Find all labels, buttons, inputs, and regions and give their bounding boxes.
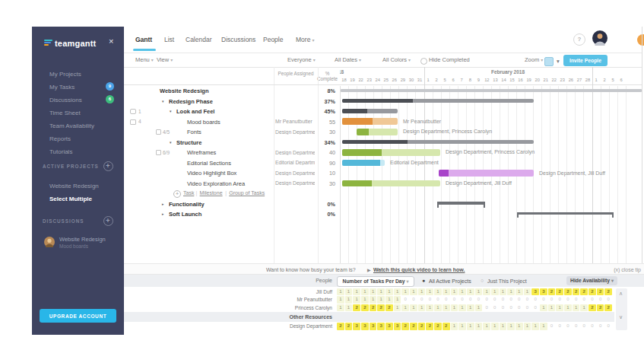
sidebar-close-icon[interactable]: × — [109, 37, 113, 46]
task-name[interactable]: Editorial Sections — [187, 160, 231, 167]
add-milestone-link[interactable]: Milestone — [200, 190, 223, 196]
sidebar-project-website-redesign[interactable]: Website Redesign — [49, 183, 99, 189]
tab-more[interactable]: More▾ — [296, 36, 314, 43]
caret-down-icon[interactable]: ▾ — [170, 109, 172, 113]
close-tip-button[interactable]: (x) close tip — [614, 267, 641, 272]
task-name[interactable]: Redesign Phase — [169, 98, 213, 105]
chevron-down-icon[interactable]: ▾ — [557, 58, 560, 65]
gantt-bar-task[interactable] — [439, 170, 534, 177]
caret-down-icon[interactable]: ▾ — [162, 99, 164, 103]
tab-list[interactable]: List — [164, 36, 174, 43]
caret-right-icon[interactable]: ▸ — [162, 202, 164, 206]
gantt-bar-collapsed-group[interactable] — [437, 202, 485, 204]
sidebar-item-team-availability[interactable]: Team Availability — [49, 123, 94, 129]
gantt-bar-group[interactable] — [342, 99, 534, 103]
scroll-up-icon[interactable]: ∧ — [619, 291, 623, 297]
comment-icon[interactable] — [130, 109, 136, 114]
task-percent-complete[interactable]: 30 — [308, 180, 335, 187]
add-task-link[interactable]: Task — [183, 190, 194, 196]
gantt-bar-task[interactable] — [342, 180, 440, 187]
caret-right-icon[interactable]: ▸ — [162, 212, 164, 216]
tab-people[interactable]: People — [263, 36, 283, 43]
availability-scrollbar[interactable]: ∧ ∨ — [616, 288, 627, 330]
task-percent-complete[interactable]: 0% — [308, 201, 335, 208]
sidebar-item-my-projects[interactable]: My Projects — [49, 71, 81, 78]
task-name[interactable]: Functionality — [169, 201, 205, 208]
task-percent-complete[interactable]: 40 — [308, 149, 335, 156]
task-percent-complete[interactable]: 34% — [308, 139, 335, 146]
availability-person-name[interactable]: Jill Duff — [228, 289, 332, 294]
help-icon[interactable]: ? — [573, 33, 585, 46]
scroll-down-icon[interactable]: ∨ — [619, 314, 623, 320]
add-discussion-icon[interactable]: + — [103, 216, 113, 226]
sidebar-item-tutorials[interactable]: Tutorials — [49, 148, 72, 155]
sidebar-item-my-tasks[interactable]: My Tasks — [49, 84, 75, 91]
radio-off-icon[interactable]: ○ — [481, 278, 484, 283]
sidebar-item-discussions[interactable]: Discussions — [49, 97, 82, 103]
task-percent-complete[interactable]: 90 — [308, 160, 335, 167]
availability-cell: 2 — [353, 304, 360, 312]
hide-availability-button[interactable]: Hide Availability▾ — [566, 276, 617, 285]
add-project-icon[interactable]: + — [103, 161, 113, 171]
gantt-bar-task[interactable] — [342, 118, 398, 125]
add-group-of-tasks-link[interactable]: Group of Tasks — [229, 190, 265, 196]
availability-group-name[interactable]: Other Resources — [228, 314, 332, 320]
task-name[interactable]: Structure — [176, 139, 201, 146]
everyone-filter-dropdown[interactable]: Everyone▾ — [287, 56, 316, 63]
radio-all-active-projects[interactable]: All Active Projects — [429, 278, 471, 284]
color-swatch[interactable] — [544, 57, 554, 66]
gantt-bar-collapsed-group[interactable] — [517, 212, 614, 215]
availability-cell: 0 — [516, 304, 523, 312]
gantt-bar-project[interactable] — [341, 89, 642, 92]
task-name[interactable]: Video Highlight Box — [187, 170, 236, 177]
view-dropdown[interactable]: View▾ — [157, 56, 173, 63]
upgrade-account-button[interactable]: UPGRADE ACCOUNT — [40, 309, 116, 323]
task-name[interactable]: Soft Launch — [169, 211, 201, 218]
add-task-icon[interactable]: + — [173, 190, 181, 198]
availability-person-name[interactable]: Design Department — [228, 323, 332, 329]
checklist-icon[interactable] — [156, 129, 161, 135]
sidebar-project-select-multiple[interactable]: Select Multiple — [49, 196, 92, 202]
caret-down-icon[interactable]: ▾ — [170, 140, 172, 145]
zoom-dropdown[interactable]: Zoom▾ — [525, 56, 543, 63]
user-avatar[interactable] — [592, 30, 608, 46]
metric-dropdown[interactable]: Number of Tasks Per Day▾ — [337, 276, 414, 287]
checklist-icon[interactable] — [156, 150, 161, 155]
task-percent-complete[interactable]: 0% — [308, 211, 335, 218]
tip-video-link[interactable]: Watch this quick video to learn how. — [373, 267, 465, 272]
gantt-bar-group[interactable] — [342, 140, 534, 145]
tab-gantt[interactable]: Gantt — [135, 36, 152, 43]
gantt-bar-group[interactable] — [342, 109, 398, 113]
availability-person-name[interactable]: Princess Carolyn — [228, 305, 332, 310]
sidebar-item-time-sheet[interactable]: Time Sheet — [49, 110, 81, 116]
task-name[interactable]: Video Exploration Area — [187, 180, 245, 187]
menu-dropdown[interactable]: Menu▾ — [135, 56, 154, 63]
task-percent-complete[interactable]: 30 — [308, 129, 335, 135]
hide-completed-label[interactable]: Hide Completed — [429, 56, 470, 63]
all-dates-filter-dropdown[interactable]: All Dates▾ — [335, 56, 361, 63]
task-percent-complete[interactable]: 10 — [308, 170, 335, 177]
task-percent-complete[interactable]: 8% — [308, 88, 335, 94]
document-icon[interactable] — [130, 119, 136, 125]
sidebar-item-reports[interactable]: Reports — [49, 135, 71, 142]
all-colors-filter-dropdown[interactable]: All Colors▾ — [382, 56, 411, 63]
task-name[interactable]: Website Redesign — [160, 88, 208, 94]
task-percent-complete[interactable]: 45% — [308, 108, 335, 115]
task-percent-complete[interactable]: 55 — [308, 119, 335, 126]
hide-completed-radio[interactable] — [420, 58, 427, 65]
task-name[interactable]: Look and Feel — [176, 108, 214, 115]
radio-just-this-project[interactable]: Just This Project — [487, 278, 527, 284]
tab-discussions[interactable]: Discussions — [221, 36, 255, 43]
tab-calendar[interactable]: Calendar — [186, 36, 212, 43]
task-percent-complete[interactable]: 37% — [308, 98, 335, 105]
radio-on-icon[interactable]: ● — [422, 278, 425, 283]
task-name[interactable]: Fonts — [187, 129, 201, 135]
invite-people-button[interactable]: Invite People — [563, 55, 608, 66]
gantt-bar-task[interactable] — [342, 160, 385, 167]
task-name[interactable]: Mood boards — [187, 119, 220, 126]
availability-person-name[interactable]: Mr Peanutbutter — [228, 297, 332, 302]
gantt-bar-task[interactable] — [357, 129, 398, 135]
gantt-bar-task[interactable] — [342, 149, 440, 156]
task-name[interactable]: Wireframes — [187, 149, 216, 156]
availability-cell: 1 — [401, 304, 409, 312]
